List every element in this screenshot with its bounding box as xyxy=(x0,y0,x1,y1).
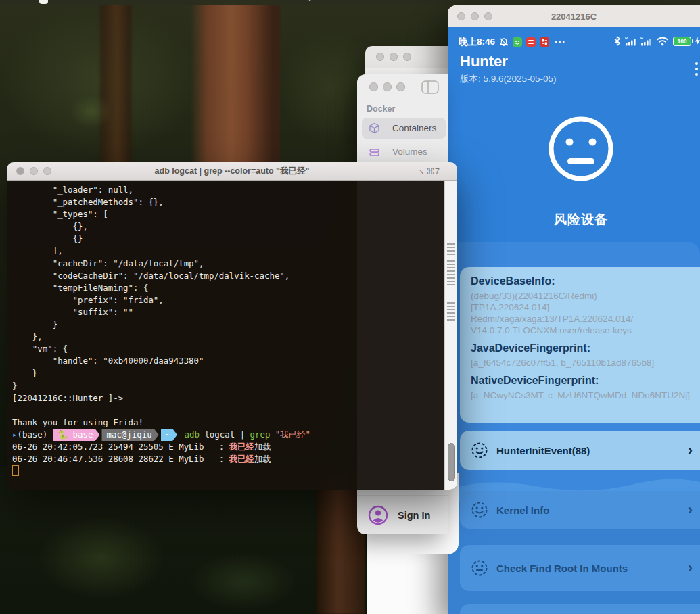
scrollbar-mark xyxy=(447,309,455,310)
info-section-line: [a_f6454c726c07ff51, b_765110b1ad8765b8] xyxy=(471,357,700,369)
terminal-output-line: [22041216C::Hunter ]-> xyxy=(12,392,441,404)
android-window-titlebar[interactable]: 22041216C xyxy=(448,5,700,28)
kebab-menu-icon[interactable] xyxy=(695,62,698,76)
scrollbar-mark xyxy=(447,264,455,265)
macos-menubar[interactable]: TerminalShellEditViewWindowHelp xyxy=(0,0,700,5)
notification-badge-green xyxy=(513,37,522,47)
scrollbar-mark xyxy=(447,274,455,275)
docker-nav-containers[interactable]: Containers xyxy=(362,118,446,139)
android-list-item[interactable]: Check Find Root In Mounts› xyxy=(460,545,700,591)
terminal-scrollbar[interactable] xyxy=(444,181,457,490)
info-section-line: Redmi/xaga/xaga:13/TP1A.220624.014/ xyxy=(471,313,700,325)
list-item-label: Check Find Root In Mounts xyxy=(496,563,628,574)
prompt-conda-segment: 🐍 base xyxy=(53,429,100,441)
charging-icon xyxy=(695,37,700,45)
terminal-output-line: "vm": { xyxy=(12,343,441,355)
terminal-output-line: "tempFileNaming": { xyxy=(12,282,441,294)
signin-avatar-icon xyxy=(368,505,388,525)
android-list-item-partial[interactable] xyxy=(460,604,700,614)
chevron-right-icon: › xyxy=(688,443,693,458)
android-window-title: 22041216C xyxy=(448,11,700,22)
prompt-command-token: adb xyxy=(185,429,200,440)
info-section-line: V14.0.7.0.TLOCNXM:user/release-keys xyxy=(471,325,700,336)
android-list-item[interactable]: Kernel Info› xyxy=(460,491,700,529)
info-section-line: (debug/33)(22041216C/Redmi) xyxy=(471,290,700,302)
scrollbar-mark xyxy=(447,306,455,307)
menubar-menu-shell[interactable]: Shell xyxy=(133,0,154,1)
wallpaper-moss xyxy=(169,541,318,614)
scrollbar-mark xyxy=(447,319,455,321)
volumes-drive-icon xyxy=(369,146,386,158)
sidebar-toggle-icon[interactable] xyxy=(421,80,439,97)
docker-sidebar-heading: Docker xyxy=(367,104,395,114)
wallpaper-moss xyxy=(14,500,189,614)
scrollbar-mark xyxy=(447,250,455,252)
menubar-menu-terminal[interactable]: Terminal xyxy=(80,0,116,1)
app-version: 版本: 5.9.6(2025-05-05) xyxy=(460,73,557,85)
terminal-output-line: Thank you for using Frida! xyxy=(12,417,441,429)
wifi-icon xyxy=(656,37,669,46)
android-mirror-window[interactable]: 22041216C 晚上8:46 ··· xyxy=(448,5,700,614)
svg-text:R: R xyxy=(625,36,628,40)
signal-bars-icon: R xyxy=(625,36,636,46)
terminal-output-line: }, xyxy=(12,331,441,343)
minimize-button[interactable] xyxy=(383,82,392,91)
terminal-output-line: {}, xyxy=(12,220,441,233)
scrollbar-mark xyxy=(447,281,455,282)
neutral-face-icon xyxy=(471,559,488,577)
list-item-label: Kernel Info xyxy=(496,504,549,516)
android-list-item[interactable]: HunterInitEvent(88)› xyxy=(460,431,700,470)
close-button[interactable] xyxy=(376,53,384,61)
containers-cube-icon xyxy=(369,122,386,134)
chevron-right-icon: › xyxy=(688,502,693,517)
prompt-command-token: "我已经" xyxy=(270,429,310,440)
docker-nav-volumes[interactable]: Volumes xyxy=(362,141,446,162)
terminal-cursor xyxy=(12,465,19,476)
logcat-line: 06-26 20:46:47.536 28608 28622 E MyLib :… xyxy=(12,453,441,465)
menubar-menu-view[interactable]: View xyxy=(206,0,226,1)
docker-signin[interactable]: Sign In xyxy=(357,495,448,535)
terminal-output-line: "codeCacheDir": "/data/local/tmp/dalvik-… xyxy=(12,270,441,282)
apple-logo-icon[interactable] xyxy=(39,0,48,4)
scrollbar-thumb[interactable] xyxy=(448,443,455,481)
terminal-output-line: } xyxy=(12,380,441,392)
statusbar-time: 晚上8:46 xyxy=(459,36,495,48)
statusbar-more-indicator: ··· xyxy=(555,37,566,47)
scrollbar-mark xyxy=(447,243,455,245)
menubar-menu-window[interactable]: Window xyxy=(243,0,277,1)
zoom-button[interactable] xyxy=(396,82,405,91)
close-button[interactable] xyxy=(369,82,378,91)
statusbar-right-icons: R R 100 xyxy=(613,36,697,46)
terminal-output-line: {} xyxy=(12,233,441,245)
terminal-titlebar[interactable]: adb logcat | grep --color=auto "我已经" ⌥⌘7 xyxy=(7,162,457,181)
wallpaper-tree-trunk xyxy=(191,0,280,172)
minimize-button[interactable] xyxy=(390,53,398,61)
scrollbar-mark xyxy=(447,312,455,314)
bluetooth-icon xyxy=(613,36,621,46)
signin-button[interactable]: Sign In xyxy=(398,510,430,521)
list-item-label: HunterInitEvent(88) xyxy=(496,445,590,456)
terminal-output-line: } xyxy=(12,318,441,331)
prompt-path-segment: ~ xyxy=(161,429,177,441)
zoom-button[interactable] xyxy=(403,53,411,61)
wallpaper-tree-trunk xyxy=(100,0,131,166)
window-traffic-lights xyxy=(376,53,411,61)
android-screen[interactable]: 晚上8:46 ··· xyxy=(448,27,700,614)
menubar-menu-help[interactable]: Help xyxy=(295,0,314,1)
terminal-output-line xyxy=(12,404,441,417)
risk-device-label: 风险设备 xyxy=(468,211,694,229)
terminal-output[interactable]: "_loader": null, "_patchedMethods": {}, … xyxy=(7,181,457,490)
svg-text:R: R xyxy=(640,36,643,40)
terminal-shortcut-badge: ⌥⌘7 xyxy=(417,166,440,176)
menubar-menu-edit[interactable]: Edit xyxy=(172,0,189,1)
neutral-face-icon xyxy=(546,114,616,187)
scrollbar-mark xyxy=(447,260,455,262)
terminal-title: adb logcat | grep --color=auto "我已经" xyxy=(7,166,457,177)
prompt-command-token: logcat xyxy=(200,429,240,440)
prompt-venv: (base) xyxy=(17,429,52,440)
android-statusbar: 晚上8:46 ··· xyxy=(459,36,700,48)
prompt-command-token: grep xyxy=(250,429,271,440)
terminal-output-line: "_patchedMethods": {}, xyxy=(12,196,441,208)
terminal-window[interactable]: adb logcat | grep --color=auto "我已经" ⌥⌘7… xyxy=(7,162,457,490)
terminal-output-line: } xyxy=(12,367,441,379)
